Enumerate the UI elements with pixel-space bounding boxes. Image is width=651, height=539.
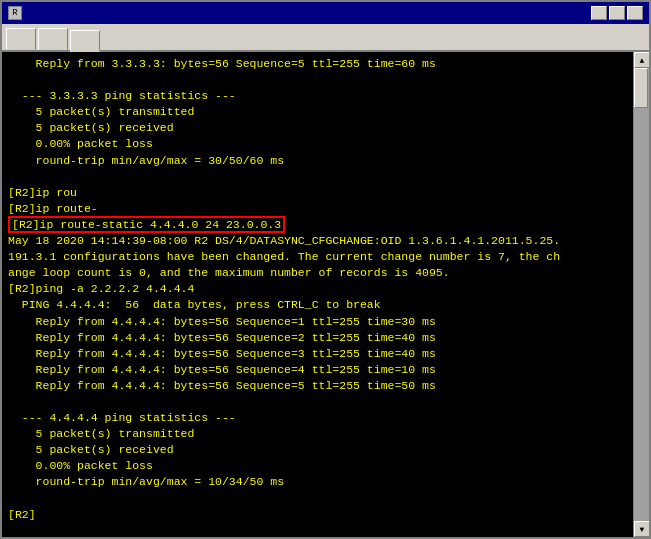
terminal-line: [8, 169, 627, 185]
terminal-line: [R2]: [8, 507, 627, 523]
terminal-line: round-trip min/avg/max = 30/50/60 ms: [8, 153, 627, 169]
tab-r2[interactable]: [70, 30, 100, 52]
terminal-line: [R2]ip route-: [8, 201, 627, 217]
terminal-line: Reply from 4.4.4.4: bytes=56 Sequence=2 …: [8, 330, 627, 346]
terminal-line: Reply from 4.4.4.4: bytes=56 Sequence=3 …: [8, 346, 627, 362]
vertical-scrollbar[interactable]: ▲ ▼: [633, 52, 649, 537]
terminal-line: 0.00% packet loss: [8, 136, 627, 152]
window-icon: R: [8, 6, 22, 20]
scrollbar-track[interactable]: [634, 68, 649, 521]
terminal-area[interactable]: Reply from 3.3.3.3: bytes=56 Sequence=5 …: [2, 52, 633, 527]
terminal-line: 5 packet(s) transmitted: [8, 104, 627, 120]
title-buttons: [591, 6, 643, 20]
terminal-line: [8, 491, 627, 507]
scrollbar-thumb[interactable]: [634, 68, 648, 108]
tab-r3[interactable]: [38, 28, 68, 50]
terminal-line: --- 4.4.4.4 ping statistics ---: [8, 410, 627, 426]
terminal-line: 5 packet(s) received: [8, 120, 627, 136]
terminal-line: Reply from 4.4.4.4: bytes=56 Sequence=4 …: [8, 362, 627, 378]
terminal-line: May 18 2020 14:14:39-08:00 R2 DS/4/DATAS…: [8, 233, 627, 249]
terminal-line: round-trip min/avg/max = 10/34/50 ms: [8, 474, 627, 490]
title-bar-left: R: [8, 6, 28, 20]
scroll-up-button[interactable]: ▲: [634, 52, 649, 68]
terminal-line: ange loop count is 0, and the maximum nu…: [8, 265, 627, 281]
terminal-line: 191.3.1 configurations have been changed…: [8, 249, 627, 265]
terminal-line: [8, 394, 627, 410]
terminal-line: Reply from 4.4.4.4: bytes=56 Sequence=5 …: [8, 378, 627, 394]
terminal-line: PING 4.4.4.4: 56 data bytes, press CTRL_…: [8, 297, 627, 313]
restore-button[interactable]: [609, 6, 625, 20]
terminal-line: 5 packet(s) transmitted: [8, 426, 627, 442]
terminal-content[interactable]: Reply from 3.3.3.3: bytes=56 Sequence=5 …: [2, 52, 633, 537]
terminal-line: [R2]ip route-static 4.4.4.0 24 23.0.0.3: [8, 217, 627, 233]
minimize-button[interactable]: [591, 6, 607, 20]
tabs-bar: [2, 24, 649, 52]
terminal-line: [R2]ip rou: [8, 185, 627, 201]
terminal-line: --- 3.3.3.3 ping statistics ---: [8, 88, 627, 104]
terminal-line: 0.00% packet loss: [8, 458, 627, 474]
highlighted-command: [R2]ip route-static 4.4.4.0 24 23.0.0.3: [8, 216, 285, 233]
close-button[interactable]: [627, 6, 643, 20]
title-bar: R: [2, 2, 649, 24]
tab-r1[interactable]: [6, 28, 36, 50]
terminal-line: 5 packet(s) received: [8, 442, 627, 458]
main-window: R Reply from 3.3.3.3: bytes=56 Sequence=…: [0, 0, 651, 539]
terminal-line: [8, 72, 627, 88]
scroll-down-button[interactable]: ▼: [634, 521, 649, 537]
terminal-line: [R2]ping -a 2.2.2.2 4.4.4.4: [8, 281, 627, 297]
scroll-wrapper: Reply from 3.3.3.3: bytes=56 Sequence=5 …: [2, 52, 649, 537]
terminal-line: Reply from 4.4.4.4: bytes=56 Sequence=1 …: [8, 314, 627, 330]
terminal-line: Reply from 3.3.3.3: bytes=56 Sequence=5 …: [8, 56, 627, 72]
